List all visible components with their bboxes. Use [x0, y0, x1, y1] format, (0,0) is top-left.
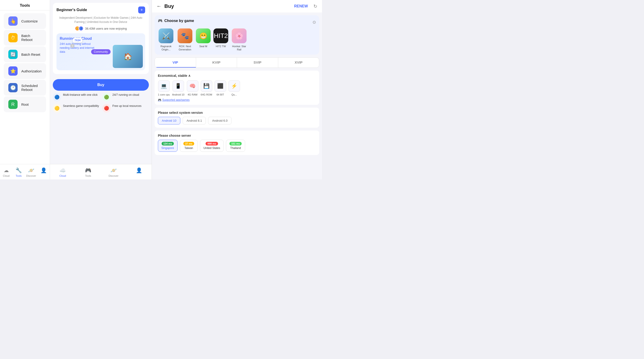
spec-64bit[interactable]: ⬛ 64 BIT — [214, 80, 226, 96]
game-thumb: ⚔️ — [158, 28, 174, 43]
game-item-roxnextgeneration[interactable]: 🐾 ROX: Next Generation — [177, 28, 193, 51]
game-name: Seal M — [199, 45, 207, 48]
game-thumb: 😁 — [196, 28, 211, 43]
spec-icon: 💾 — [201, 80, 212, 92]
server-taiwan[interactable]: 37 ms Taiwan — [180, 140, 198, 152]
authorization-label: Authorization — [21, 69, 42, 73]
tools-title: Tools — [0, 0, 50, 10]
multiinstance-icon: 🔵 — [53, 93, 61, 101]
spec-label: 1 core cpu — [158, 93, 170, 96]
game-item-sealm[interactable]: 😁 Seal M — [196, 28, 211, 51]
game-name: Ragnarok Origin... — [158, 45, 174, 51]
tools-nav-icon: 🎮 — [85, 167, 91, 173]
feature-cloud: 🟢 24/7 running on cloud — [102, 93, 149, 101]
nav-profile[interactable]: 👤 — [126, 166, 152, 179]
vip-tabs: VIPKVIPSVIPXVIP — [155, 57, 319, 68]
vip-tab-vip[interactable]: VIP — [155, 58, 196, 67]
seamless-icon: 🟡 — [53, 104, 61, 112]
system-version-title: Please select system version — [158, 111, 316, 114]
close-icon[interactable]: ✕ — [70, 44, 74, 48]
spec-android10[interactable]: 📱 Android 10 — [172, 80, 184, 96]
version-android6.0[interactable]: Android 6.0 — [208, 117, 232, 124]
discover-icon: 🪐 — [28, 167, 34, 173]
tool-item-batch-reset[interactable]: 🔄 Batch Reset — [4, 46, 46, 62]
feature-free: 🔴 Free up local resources — [102, 104, 149, 112]
spec-qu...[interactable]: ⚡ Qu... — [228, 80, 240, 96]
vip-tab-svip[interactable]: SVIP — [237, 58, 278, 67]
nav-item-profile[interactable]: 👤 — [37, 166, 50, 179]
server-united-states[interactable]: 999 ms United States — [200, 140, 224, 152]
nav-tools[interactable]: 🎮 Tools — [76, 166, 101, 179]
middle-bottom-nav: ☁️ Cloud 🎮 Tools 🪐 Discover 👤 — [50, 164, 152, 179]
feature-seamless: 🟡 Seamless game compatibility — [53, 104, 100, 112]
root-icon: R — [8, 100, 18, 109]
spec-label: Android 10 — [172, 93, 184, 96]
game-item-ragnarokorigin[interactable]: ⚔️ Ragnarok Origin... — [158, 28, 174, 51]
spec-label: 4G RAM — [188, 93, 198, 96]
batch-reboot-icon: ⏱ — [8, 33, 18, 42]
nav-item-cloud[interactable]: ☁ Cloud — [0, 166, 12, 179]
spec-label: 64 BIT — [216, 93, 224, 96]
spec-64grom[interactable]: 💾 64G ROM — [201, 80, 212, 96]
server-name: Singapore — [161, 146, 174, 150]
batch-reset-icon: 🔄 — [8, 50, 18, 59]
system-version-section: Please select system version Android 10A… — [155, 108, 319, 128]
game-list: ⚔️ Ragnarok Origin... 🐾 ROX: Next Genera… — [158, 28, 316, 51]
tool-item-root[interactable]: R Root — [4, 96, 46, 112]
left-panel: Tools 👆 Customize ⏱ Batch Reboot 🔄 Batch… — [0, 0, 50, 179]
tool-item-authorization[interactable]: ⭐ Authorization — [4, 63, 46, 79]
game-name: Honkai: Star Rail — [231, 45, 247, 51]
user-count-text: 38.43M users are now enjoying — [85, 27, 127, 30]
nav-item-discover[interactable]: 🪐 Discover — [25, 166, 38, 179]
server-ping: 37 ms — [183, 142, 194, 145]
discover-nav-label: Discover — [108, 174, 118, 177]
buy-page-title: Buy — [164, 3, 291, 9]
collapse-icon[interactable]: ⊙ — [312, 20, 316, 25]
vip-tab-xvip[interactable]: XVIP — [278, 58, 319, 67]
guide-card: Beginner's Guide + Independent Developme… — [53, 3, 149, 74]
server-singapore[interactable]: 134 ms Singapore — [158, 140, 178, 152]
renew-button[interactable]: RENEW — [294, 4, 308, 8]
cloud-icon: ☁ — [4, 167, 9, 173]
vip-tab-kvip[interactable]: KVIP — [196, 58, 237, 67]
server-name: United States — [204, 146, 220, 150]
spec-1corecpu[interactable]: 💻 1 core cpu — [158, 80, 170, 96]
nav-item-tools[interactable]: 🔧 Tools — [12, 166, 25, 179]
refresh-icon[interactable]: ↻ — [314, 3, 317, 9]
game-screenshot: 🏠 — [113, 45, 143, 68]
server-title: Please choose server — [158, 134, 316, 137]
version-android8.1[interactable]: Android 8.1 — [183, 117, 206, 124]
tool-item-customize[interactable]: 👆 Customize — [4, 13, 46, 29]
cloud-label: Cloud — [3, 174, 10, 177]
right-panel: ← Buy RENEW ↻ 🎮 Choose by game ⊙ ⚔️ Ragn… — [152, 0, 322, 179]
supported-link[interactable]: 🎮 Supported app/games — [158, 98, 316, 101]
server-name: Thailand — [230, 146, 241, 150]
game-name: HIT2 TW — [216, 45, 226, 48]
server-ping: 999 ms — [206, 142, 218, 145]
tools-icon: 🔧 — [16, 167, 22, 173]
nav-discover[interactable]: 🪐 Discover — [101, 166, 126, 179]
tools-nav-label: Tools — [85, 174, 91, 177]
tool-item-scheduled-reboot[interactable]: 🕐 Scheduled Reboot — [4, 80, 46, 95]
guide-plus-button[interactable]: + — [138, 6, 145, 13]
batch-reboot-label: Batch Reboot — [21, 34, 42, 42]
feature-multiinstance: 🔵 Multi-Instance with one click — [53, 93, 100, 101]
server-ping: 134 ms — [162, 142, 174, 145]
spec-4gram[interactable]: 🧠 4G RAM — [187, 80, 198, 96]
feature-free-text: Free up local resources — [112, 104, 142, 108]
nav-cloud[interactable]: ☁️ Cloud — [50, 166, 76, 179]
tool-item-batch-reboot[interactable]: ⏱ Batch Reboot — [4, 30, 46, 45]
server-thailand[interactable]: 151 ms Thailand — [226, 140, 245, 152]
community-badge[interactable]: Community — [91, 49, 111, 54]
discover-nav-icon: 🪐 — [110, 167, 117, 173]
back-button[interactable]: ← — [156, 3, 162, 9]
customize-icon: 👆 — [8, 16, 18, 26]
choose-game-section: 🎮 Choose by game ⊙ ⚔️ Ragnarok Origin...… — [155, 15, 319, 55]
version-android10[interactable]: Android 10 — [158, 117, 180, 124]
middle-panel: Beginner's Guide + Independent Developme… — [50, 0, 152, 179]
spec-label: Qu... — [232, 93, 237, 96]
game-item-honkaistarrail[interactable]: 🌸 Honkai: Star Rail — [231, 28, 247, 51]
user-avatars: 😊 👤 — [75, 26, 84, 31]
buy-button[interactable]: Buy — [53, 79, 149, 91]
game-item-hittw[interactable]: HIT2 HIT2 TW — [214, 28, 228, 51]
